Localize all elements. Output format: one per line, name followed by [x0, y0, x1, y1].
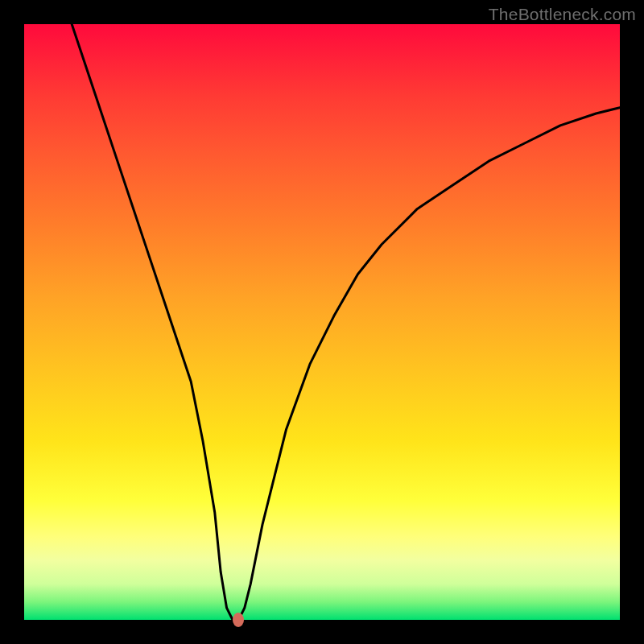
bottleneck-curve: [24, 24, 620, 620]
chart-frame: TheBottleneck.com: [0, 0, 644, 644]
plot-area: [24, 24, 620, 620]
optimal-point-marker: [233, 613, 244, 627]
watermark-text: TheBottleneck.com: [489, 5, 636, 24]
